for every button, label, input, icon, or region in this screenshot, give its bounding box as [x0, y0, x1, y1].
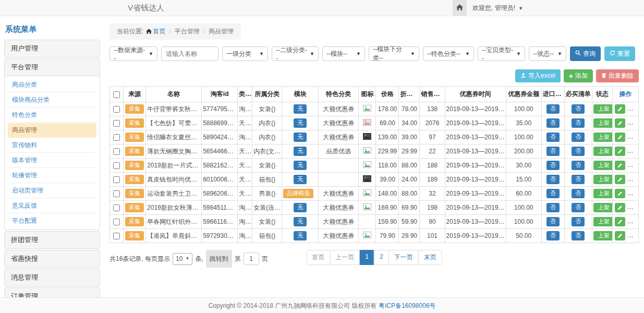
sidebar-item[interactable]: 启动页管理	[8, 184, 96, 198]
status-badge[interactable]: 上架	[593, 161, 613, 170]
sidebar-group-header[interactable]: 用户管理	[5, 40, 100, 57]
must-buy-flag[interactable]: 否	[572, 161, 585, 170]
sidebar-item[interactable]: 版本管理	[8, 153, 96, 168]
row-checkbox[interactable]	[113, 106, 120, 113]
row-checkbox[interactable]	[113, 190, 120, 197]
must-buy-flag[interactable]: 否	[572, 118, 585, 128]
must-buy-flag[interactable]: 否	[572, 175, 585, 184]
must-buy-flag[interactable]: 否	[572, 231, 585, 240]
edit-button[interactable]	[615, 203, 625, 212]
import-excel-button[interactable]: 导入excel	[515, 69, 561, 82]
import-select-flag[interactable]: 否	[546, 104, 560, 114]
search-button[interactable]: 查询	[570, 46, 601, 61]
edit-button[interactable]	[615, 217, 625, 226]
status-badge[interactable]: 上架	[593, 133, 613, 142]
import-select-flag[interactable]: 否	[546, 175, 560, 184]
filter-select[interactable]: --模块下分类--▼	[369, 46, 419, 61]
sidebar-item[interactable]: 平台配置	[8, 214, 96, 228]
row-checkbox[interactable]	[113, 162, 120, 169]
edit-button[interactable]	[615, 161, 625, 170]
batch-delete-button[interactable]: 批量删除	[596, 69, 639, 82]
status-badge[interactable]: 上架	[593, 217, 613, 226]
name-search-input[interactable]	[161, 46, 218, 61]
feature-category: 大额优惠券	[319, 215, 359, 229]
breadcrumb-home-link[interactable]: 首页	[153, 27, 165, 36]
sidebar-group-header[interactable]: 订单管理	[5, 288, 100, 297]
sidebar-group-header[interactable]: 平台管理	[5, 59, 100, 76]
edit-button[interactable]	[615, 118, 625, 128]
must-buy-flag[interactable]: 否	[572, 133, 585, 142]
status-badge[interactable]: 上架	[593, 104, 613, 114]
edit-button[interactable]	[615, 133, 625, 142]
pager-button[interactable]: 1	[359, 250, 374, 265]
pager-button[interactable]: 首页	[306, 250, 330, 265]
sidebar-group-header[interactable]: 消息管理	[5, 269, 100, 286]
sidebar-item[interactable]: 意见反馈	[8, 199, 96, 213]
filter-select[interactable]: 一级分类▼	[222, 46, 268, 61]
edit-button[interactable]	[615, 147, 625, 156]
per-page-select[interactable]: 10 ▼	[173, 253, 192, 265]
sidebar-submenu: 商品分类模块商品分类特色分类商品管理宣传物料版本管理轮播管理启动页管理意见反馈平…	[5, 76, 100, 230]
import-select-flag[interactable]: 否	[546, 231, 560, 240]
filter-select[interactable]: --特色分类--▼	[423, 46, 474, 61]
must-buy-flag[interactable]: 否	[572, 189, 585, 198]
add-button[interactable]: + 添加	[564, 69, 593, 82]
sidebar-group-header[interactable]: 拼团管理	[5, 232, 100, 248]
import-select-flag[interactable]: 否	[546, 147, 560, 156]
edit-button[interactable]	[615, 104, 625, 114]
coupon-amount: 60.00	[506, 187, 541, 201]
pager-button[interactable]: 上一页	[330, 250, 360, 265]
row-checkbox[interactable]	[113, 204, 120, 211]
sidebar-item[interactable]: 特色分类	[8, 108, 96, 123]
edit-button[interactable]	[615, 231, 625, 240]
sidebar-item[interactable]: 轮播管理	[8, 168, 96, 183]
jump-button[interactable]: 跳转到	[206, 250, 232, 268]
filter-select[interactable]: --二级分类--▼	[272, 46, 319, 61]
sidebar-item[interactable]: 商品分类	[8, 78, 96, 92]
import-select-flag[interactable]: 否	[546, 203, 560, 212]
row-checkbox[interactable]	[113, 148, 120, 155]
edit-button[interactable]	[615, 175, 625, 184]
sidebar-item[interactable]: 宣传物料	[8, 138, 96, 153]
sidebar-item[interactable]: 商品管理	[8, 123, 96, 138]
import-select-flag[interactable]: 否	[546, 161, 560, 170]
must-buy-flag[interactable]: 否	[572, 217, 585, 226]
sidebar-item[interactable]: 模块商品分类	[8, 93, 96, 107]
user-menu[interactable]: 欢迎您, 管理员! ▼	[472, 0, 523, 16]
sidebar-group-header[interactable]: 省惠快报	[5, 250, 100, 267]
row-checkbox[interactable]	[113, 219, 120, 225]
status-badge[interactable]: 上架	[593, 203, 613, 212]
status-badge[interactable]: 上架	[593, 231, 613, 240]
import-select-flag[interactable]: 否	[546, 118, 560, 128]
ops-cell	[612, 215, 638, 229]
must-buy-flag[interactable]: 否	[572, 147, 585, 156]
row-checkbox[interactable]	[113, 233, 120, 239]
filter-select[interactable]: --数据来源--▼	[110, 46, 157, 61]
import-select-flag[interactable]: 否	[546, 189, 560, 198]
filter-select[interactable]: --状态--▼	[529, 46, 566, 61]
edit-button[interactable]	[615, 189, 625, 198]
home-button[interactable]	[453, 0, 467, 16]
import-select-flag[interactable]: 否	[546, 217, 560, 226]
jump-page-input[interactable]	[244, 252, 259, 265]
status-badge[interactable]: 上架	[593, 118, 613, 128]
filter-select[interactable]: --宝贝类型--▼	[478, 46, 525, 61]
must-buy-flag[interactable]: 否	[572, 104, 585, 114]
column-header: 图标	[359, 87, 376, 102]
must-buy-flag[interactable]: 否	[572, 203, 585, 212]
pager-button[interactable]: 末页	[418, 250, 442, 265]
row-checkbox[interactable]	[113, 134, 120, 141]
select-all-checkbox[interactable]	[113, 91, 120, 98]
filter-select[interactable]: --模块--▼	[322, 46, 365, 61]
taoke-id: 589620659791	[202, 187, 238, 201]
row-checkbox[interactable]	[113, 176, 120, 183]
import-select-flag[interactable]: 否	[546, 133, 560, 142]
status-badge[interactable]: 上架	[593, 147, 613, 156]
icp-link[interactable]: 粤ICP备16098006号	[379, 302, 435, 309]
status-badge[interactable]: 上架	[593, 175, 613, 184]
status-badge[interactable]: 上架	[593, 189, 613, 198]
row-checkbox[interactable]	[113, 120, 120, 127]
pager-button[interactable]: 2	[374, 250, 389, 265]
reset-button[interactable]: 重置	[604, 46, 635, 61]
pager-button[interactable]: 下一页	[388, 250, 419, 265]
